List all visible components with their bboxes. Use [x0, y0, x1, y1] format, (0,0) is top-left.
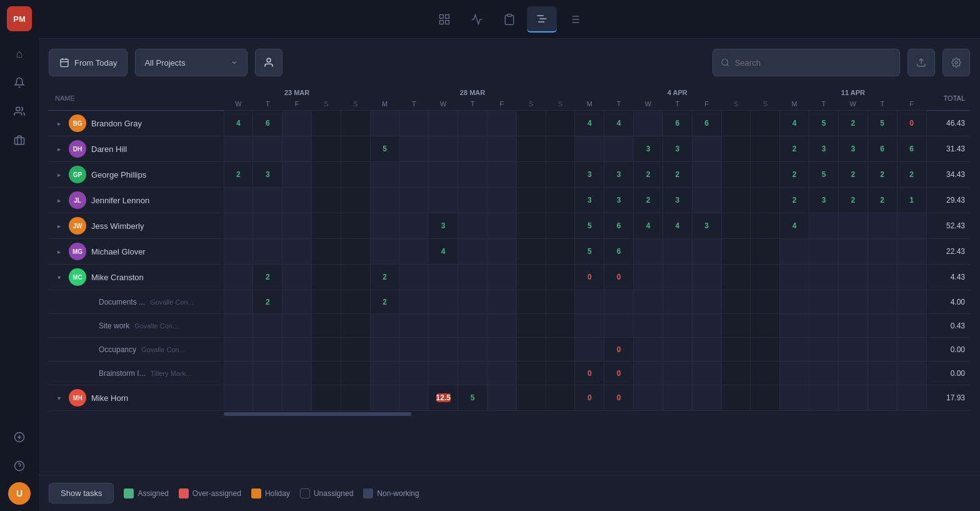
day-cell: [634, 111, 663, 136]
day-cell: [809, 314, 839, 338]
day-cell: [224, 362, 253, 385]
day-cell: [429, 314, 458, 338]
day-cell: [311, 265, 341, 290]
toolbar-clipboard-btn[interactable]: [494, 6, 524, 33]
person-row: ▾ MH Mike Horn 12.550017.93: [49, 385, 970, 411]
day-cell: 2: [780, 162, 809, 188]
day-cell: [399, 338, 429, 362]
toolbar-search-btn[interactable]: [429, 6, 459, 33]
day-cell: 5: [809, 111, 839, 136]
expand-button[interactable]: ▸: [54, 195, 64, 205]
day-cell: [253, 362, 282, 385]
day-cell: [751, 290, 780, 314]
day-cell: [721, 362, 751, 385]
day-cell: [399, 314, 429, 338]
day-cell: [692, 385, 721, 411]
settings-button[interactable]: [942, 49, 970, 76]
expand-button[interactable]: ▸: [54, 144, 64, 154]
day-cell: [692, 188, 721, 213]
svg-rect-10: [446, 20, 449, 24]
expand-button[interactable]: ▸: [54, 246, 64, 256]
day-cell: [224, 265, 253, 290]
day-cell: [458, 213, 488, 239]
day-cell: [429, 265, 458, 290]
day-f1: F: [282, 98, 312, 111]
expand-button[interactable]: ▸: [54, 118, 64, 128]
day-cell: [604, 314, 634, 338]
day-cell: [546, 385, 575, 411]
day-t7: T: [868, 98, 897, 111]
day-f3: F: [692, 98, 721, 111]
sidebar-projects[interactable]: [7, 128, 32, 153]
sidebar-notifications[interactable]: [7, 70, 32, 95]
day-cell: [399, 290, 429, 314]
sidebar-help[interactable]: [7, 453, 32, 478]
day-cell: [341, 265, 370, 290]
day-cell: [224, 188, 253, 213]
show-tasks-button[interactable]: Show tasks: [49, 483, 114, 503]
day-cell: 3: [429, 213, 458, 239]
expand-button[interactable]: ▾: [54, 272, 64, 282]
user-avatar[interactable]: U: [8, 482, 31, 505]
day-cell: [341, 362, 370, 385]
day-s3: S: [516, 98, 546, 111]
day-cell: 3: [604, 188, 634, 213]
subtask-name-cell: Occupancy Govalle Con...: [49, 338, 224, 362]
day-cell: 6: [868, 136, 897, 162]
week-11apr-header: 11 APR: [780, 86, 926, 98]
day-cell: [516, 265, 546, 290]
day-cell: [897, 314, 926, 338]
day-cell: [253, 239, 282, 265]
person-filter-button[interactable]: [255, 49, 282, 76]
day-cell: [487, 188, 516, 213]
total-cell: 52.43: [926, 213, 970, 239]
from-today-button[interactable]: From Today: [49, 49, 128, 76]
day-cell: 3: [809, 188, 839, 213]
person-name-cell: ▾ MC Mike Cranston: [49, 265, 224, 290]
subtask-row: Occupancy Govalle Con... 00.00: [49, 338, 970, 362]
day-cell: [809, 213, 839, 239]
day-cell: [692, 162, 721, 188]
expand-button[interactable]: ▾: [54, 393, 64, 403]
svg-line-27: [727, 64, 729, 66]
subtask-name-cell: Documents ... Govalle Con...: [49, 290, 224, 314]
expand-button[interactable]: ▸: [54, 221, 64, 231]
day-cell: [780, 385, 809, 411]
overassigned-dot: [179, 488, 189, 498]
sidebar-people[interactable]: [7, 99, 32, 124]
person-avatar: BG: [69, 114, 86, 132]
toolbar-activity-btn[interactable]: [462, 6, 492, 33]
export-button[interactable]: [908, 49, 935, 76]
day-cell: [751, 111, 780, 136]
day-cell: [634, 338, 663, 362]
sidebar-add[interactable]: [7, 425, 32, 450]
day-cell: [838, 239, 868, 265]
day-cell: [516, 162, 546, 188]
projects-dropdown[interactable]: All Projects: [135, 49, 248, 76]
day-cell: [341, 111, 370, 136]
search-input[interactable]: [735, 58, 892, 68]
person-name-cell: ▸ JL Jennifer Lennon: [49, 188, 224, 213]
day-cell: [311, 136, 341, 162]
day-cell: 3: [634, 136, 663, 162]
day-cell: [868, 338, 897, 362]
day-cell: [692, 338, 721, 362]
person-row: ▸ JW Jess Wimberly 356443452.43: [49, 213, 970, 239]
subtask-total: 0.00: [926, 362, 970, 385]
expand-button[interactable]: ▸: [54, 169, 64, 180]
day-s4: S: [546, 98, 575, 111]
day-cell: 0: [604, 265, 634, 290]
subtask-row: Site work Govalle Con... 0.43: [49, 314, 970, 338]
search-box[interactable]: [712, 49, 900, 76]
day-cell: [458, 188, 488, 213]
day-cell: [282, 111, 312, 136]
day-cell: [721, 290, 751, 314]
toolbar-gantt-btn[interactable]: [527, 6, 557, 33]
day-cell: [458, 314, 488, 338]
toolbar-resource-btn[interactable]: [559, 6, 589, 33]
week-4apr-header: 4 APR: [575, 86, 780, 98]
sidebar-home[interactable]: ⌂: [7, 41, 32, 66]
day-cell: [458, 136, 488, 162]
day-cell: [311, 213, 341, 239]
day-cell: [751, 239, 780, 265]
